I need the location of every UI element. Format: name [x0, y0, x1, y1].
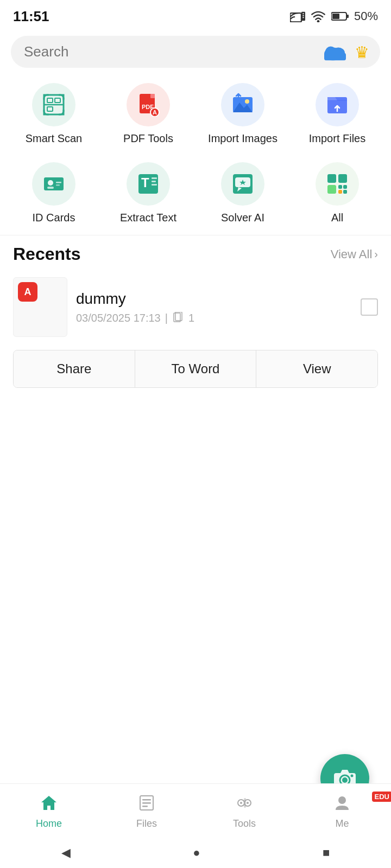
search-input[interactable]	[24, 43, 367, 60]
id-cards-label: ID Cards	[33, 211, 75, 224]
svg-rect-2	[301, 12, 305, 21]
cloud-icon[interactable]	[324, 43, 346, 61]
nav-files[interactable]: Files	[98, 795, 195, 829]
svg-text:T: T	[141, 175, 149, 190]
svg-rect-62	[244, 798, 246, 808]
recent-thumbnail[interactable]: A	[13, 277, 67, 337]
feature-extract-text[interactable]: T Extract Text	[103, 156, 193, 231]
status-icons: 50%	[290, 9, 378, 23]
solver-ai-label: Solver AI	[221, 211, 264, 224]
feature-smart-scan[interactable]: Smart Scan	[9, 76, 99, 151]
svg-rect-13	[324, 53, 346, 61]
home-svg	[40, 795, 58, 811]
smart-scan-label: Smart Scan	[26, 132, 82, 145]
view-all-button[interactable]: View All ›	[331, 247, 378, 261]
pdf-badge: A	[18, 282, 37, 302]
files-label: Files	[136, 818, 157, 829]
me-svg	[333, 795, 351, 811]
svg-rect-9	[332, 14, 339, 19]
svg-rect-31	[56, 182, 61, 183]
svg-rect-45	[343, 185, 347, 189]
id-cards-icon	[42, 172, 66, 196]
recent-button[interactable]: ■	[323, 846, 330, 860]
home-button[interactable]: ●	[193, 846, 200, 860]
smart-scan-icon-wrap	[32, 83, 75, 126]
feature-solver-ai[interactable]: Solver AI	[198, 156, 288, 231]
svg-point-29	[48, 180, 53, 186]
view-button[interactable]: View	[256, 350, 377, 387]
svg-rect-41	[327, 174, 336, 183]
recent-select-checkbox[interactable]	[361, 298, 378, 316]
extract-text-icon: T	[136, 172, 160, 196]
nav-tools[interactable]: Tools	[195, 795, 293, 829]
pages-icon	[172, 312, 184, 324]
feature-import-files[interactable]: Import Files	[292, 76, 382, 151]
wifi-icon	[311, 10, 326, 22]
solver-icon-wrap	[221, 162, 264, 206]
svg-rect-46	[338, 190, 342, 194]
svg-rect-55	[142, 799, 151, 801]
feature-pdf-tools[interactable]: PDF A PDF Tools	[103, 76, 193, 151]
svg-point-26	[245, 99, 249, 104]
battery-level: 50%	[354, 9, 378, 23]
status-time: 11:51	[13, 8, 49, 25]
svg-rect-16	[47, 98, 53, 103]
svg-point-1	[290, 20, 291, 22]
nav-home[interactable]: Home	[0, 795, 98, 829]
import-images-label: Import Images	[208, 132, 278, 145]
search-right-icons: ♛	[324, 42, 369, 61]
svg-rect-36	[152, 181, 156, 182]
nav-me[interactable]: EDU Me	[293, 795, 391, 829]
svg-point-59	[240, 802, 242, 804]
all-label: All	[331, 211, 343, 224]
system-nav-bar: ◀ ● ■	[0, 838, 391, 868]
feature-grid-row2: ID Cards T Extract Text	[0, 156, 391, 231]
svg-text:A: A	[153, 109, 157, 116]
svg-rect-32	[56, 184, 60, 186]
svg-point-52	[342, 777, 348, 783]
crown-icon[interactable]: ♛	[355, 42, 369, 61]
me-label: Me	[335, 818, 349, 829]
svg-point-63	[338, 796, 346, 804]
import-files-label: Import Files	[309, 132, 365, 145]
tools-svg	[236, 795, 253, 811]
svg-rect-18	[47, 107, 53, 111]
all-icon-wrap	[316, 162, 359, 206]
feature-import-images[interactable]: Import Images	[198, 76, 288, 151]
bottom-nav: Home Files Tools EDU	[0, 783, 391, 838]
extract-text-label: Extract Text	[120, 211, 176, 224]
svg-point-6	[317, 20, 320, 22]
cast-icon	[290, 10, 305, 22]
svg-point-53	[351, 775, 354, 777]
battery-icon	[331, 11, 349, 21]
import-images-icon-wrap	[221, 83, 264, 126]
feature-all[interactable]: All	[292, 156, 382, 231]
share-button[interactable]: Share	[14, 350, 135, 387]
import-images-icon	[231, 93, 255, 117]
action-buttons: Share To Word View	[13, 350, 378, 388]
recents-title: Recents	[13, 244, 81, 264]
recents-header: Recents View All ›	[13, 244, 378, 264]
recent-pages: 1	[188, 312, 194, 324]
search-bar[interactable]: ♛	[11, 36, 380, 68]
all-icon	[325, 172, 349, 196]
to-word-button[interactable]: To Word	[135, 350, 257, 387]
pdf-icon-wrap: PDF A	[127, 83, 170, 126]
extract-icon-wrap: T	[127, 162, 170, 206]
svg-rect-56	[142, 802, 151, 804]
tools-label: Tools	[233, 818, 256, 829]
recent-meta: 03/05/2025 17:13 | 1	[76, 312, 352, 324]
me-edu-badge: EDU	[372, 792, 391, 802]
recent-filename: dummy	[76, 290, 352, 308]
svg-rect-44	[338, 185, 342, 189]
svg-point-61	[247, 802, 249, 804]
svg-rect-57	[142, 806, 148, 807]
recent-item: A dummy 03/05/2025 17:13 | 1	[13, 273, 378, 341]
svg-rect-47	[343, 190, 347, 194]
back-button[interactable]: ◀	[61, 846, 71, 860]
search-container: ♛	[0, 30, 391, 76]
recents-section: Recents View All › A dummy 03/05/2025 17…	[0, 235, 391, 388]
feature-id-cards[interactable]: ID Cards	[9, 156, 99, 231]
recent-info: dummy 03/05/2025 17:13 | 1	[76, 290, 352, 324]
import-files-icon-wrap	[316, 83, 359, 126]
